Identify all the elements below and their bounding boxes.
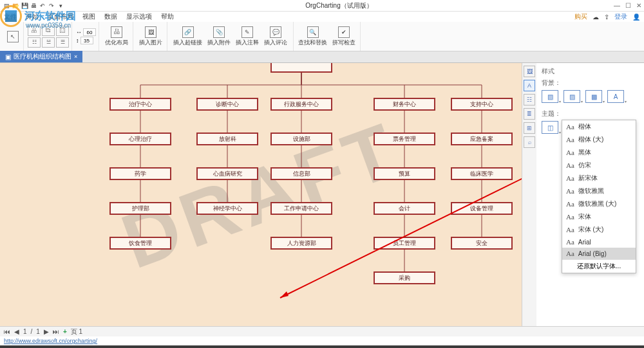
chart-node[interactable]: 放射科 [196, 133, 258, 145]
qat-new-icon[interactable]: ▤ [3, 2, 10, 10]
spellcheck-button[interactable]: ✔拼写检查 [330, 26, 357, 47]
insert-attach-button[interactable]: 📎插入附件 [205, 26, 232, 47]
page-bar: ⏮ ◀ 1 / 1 ▶ ⏭ + 页 1 [0, 326, 644, 336]
find-replace-button[interactable]: 🔍查找和替换 [296, 26, 329, 47]
qat-save-icon[interactable]: 💾 [21, 2, 28, 10]
page-label[interactable]: 页 1 [71, 327, 82, 336]
font-option[interactable]: Aa宋体 (大) [562, 223, 636, 236]
bg-preset-3[interactable]: ▩ [585, 90, 602, 103]
chart-node[interactable]: 采购 [374, 271, 435, 284]
font-option[interactable]: AaArial (Big) [562, 248, 636, 259]
menu-home[interactable]: 开始 [26, 12, 39, 21]
chart-node[interactable]: 设施部 [270, 133, 332, 145]
layout3-icon[interactable]: ☰ [56, 37, 69, 48]
chart-node[interactable]: 设备管理 [451, 202, 513, 215]
add-page-icon[interactable]: + [63, 328, 67, 335]
chart-node[interactable]: 药学 [109, 167, 171, 180]
login-link[interactable]: 登录 [614, 12, 627, 21]
chart-node[interactable]: 神经学中心 [196, 202, 258, 215]
chart-node[interactable]: 信息部 [270, 167, 332, 180]
sidetab-layout-icon[interactable]: ☷ [524, 94, 535, 105]
font-dropdown[interactable]: Aa楷体Aa楷体 (大)Aa黑体Aa仿宋Aa新宋体Aa微软雅黑Aa微软雅黑 (大… [562, 120, 636, 273]
chart-node[interactable]: 治疗中心 [109, 98, 171, 111]
layout1-icon[interactable]: ☷ [28, 37, 41, 48]
bg-preset-2[interactable]: ▨ [564, 90, 580, 103]
bg-preset-1[interactable]: ▧ [542, 90, 558, 103]
chart-node[interactable]: 预算 [374, 167, 435, 180]
menu-help[interactable]: 帮助 [161, 12, 174, 21]
qat-more-icon[interactable]: ▾ [57, 2, 64, 10]
auto-layout-button[interactable]: 品优化布局 [103, 26, 130, 47]
chart-node[interactable]: 票务管理 [374, 133, 435, 145]
menu-display[interactable]: 显示选项 [126, 12, 152, 21]
theme-color-button[interactable]: ◫ [542, 121, 558, 134]
font-option[interactable]: Aa楷体 (大) [562, 133, 636, 146]
insert-link-button[interactable]: 🔗插入超链接 [171, 26, 204, 47]
insert-note-button[interactable]: ✎插入注释 [234, 26, 261, 47]
close-icon[interactable]: ✕ [636, 2, 641, 9]
chart-node[interactable]: 临床医学 [451, 167, 513, 180]
add-asst-icon[interactable]: ⿶ [56, 26, 69, 36]
user-icon[interactable]: 👤 [632, 14, 640, 21]
menu-pagelayout[interactable]: 页面布局 [48, 12, 73, 21]
page-prev-icon[interactable]: ◀ [14, 328, 19, 335]
sidetab-list-icon[interactable]: ≣ [524, 108, 535, 120]
width-input[interactable] [83, 28, 96, 36]
bg-preset-4[interactable]: A [607, 90, 624, 103]
insert-comment-button[interactable]: 💬插入评论 [262, 26, 289, 47]
sidetab-font-icon[interactable]: A [524, 80, 535, 91]
chart-node[interactable]: 工作申请中心 [270, 202, 332, 215]
font-option[interactable]: Aa微软雅黑 (大) [562, 197, 636, 210]
add-sub-icon[interactable]: 品 [28, 26, 41, 36]
product-link[interactable]: http://www.edrawsoft.cn/orgcharting/ [4, 338, 97, 344]
cloud-icon[interactable]: ☁ [592, 14, 599, 21]
font-restore[interactable]: 还原默认字体... [562, 259, 636, 273]
chart-node[interactable]: 护理部 [109, 202, 171, 215]
chart-node[interactable]: 诊断中心 [196, 98, 258, 111]
page-last-icon[interactable]: ⏭ [53, 328, 59, 335]
font-option[interactable]: AaArial [562, 236, 636, 248]
page-first-icon[interactable]: ⏮ [4, 328, 10, 335]
buy-link[interactable]: 购买 [574, 12, 587, 21]
sidetab-data-icon[interactable]: ⊞ [524, 122, 535, 134]
chart-node[interactable]: 饮食管理 [109, 237, 171, 250]
qat-open-icon[interactable]: 📂 [12, 2, 19, 10]
chart-node[interactable]: 会计 [374, 202, 435, 215]
tab-document[interactable]: ▣ 医疗机构组织结构图 × [0, 51, 82, 62]
font-option[interactable]: Aa宋体 [562, 210, 636, 223]
qat-redo-icon[interactable]: ↷ [48, 2, 55, 10]
pointer-tool[interactable]: ↖ [5, 31, 21, 42]
minimize-icon[interactable]: — [614, 2, 620, 9]
page-next-icon[interactable]: ▶ [44, 328, 49, 335]
chart-node[interactable]: 行政服务中心 [270, 98, 332, 111]
chart-node[interactable]: 安全 [451, 237, 513, 250]
font-option[interactable]: Aa仿宋 [562, 159, 636, 172]
chart-node[interactable]: 员工管理 [374, 237, 435, 250]
chart-node[interactable]: 应急备案 [451, 133, 513, 145]
chart-node[interactable]: 人力资源部 [270, 237, 332, 250]
menu-file[interactable]: 文件 [4, 12, 17, 21]
insert-image-button[interactable]: 🖼插入图片 [137, 26, 164, 47]
sidetab-image-icon[interactable]: 🖼 [524, 66, 535, 77]
canvas[interactable]: DRAFT 治疗中心诊断中心行政服务中心财务中心支持中心心理治疗放射科设施部票务… [0, 63, 522, 326]
chart-node[interactable]: 支持中心 [451, 98, 513, 111]
chart-node[interactable]: 心血病研究 [196, 167, 258, 180]
font-option[interactable]: Aa楷体 [562, 120, 636, 133]
maximize-icon[interactable]: ☐ [625, 2, 631, 9]
chart-root-node[interactable] [270, 63, 332, 73]
qat-undo-icon[interactable]: ↶ [39, 2, 46, 10]
sidetab-search-icon[interactable]: ⌕ [524, 136, 535, 148]
menu-view[interactable]: 视图 [82, 12, 95, 21]
add-peer-icon[interactable]: ⿻ [42, 26, 55, 36]
font-option[interactable]: Aa黑体 [562, 146, 636, 159]
share-icon[interactable]: ⇪ [604, 14, 609, 21]
layout2-icon[interactable]: ☱ [42, 37, 55, 48]
chart-node[interactable]: 心理治疗 [109, 133, 171, 145]
tab-close-icon[interactable]: × [74, 53, 77, 60]
qat-print-icon[interactable]: 🖶 [30, 2, 37, 10]
font-option[interactable]: Aa新宋体 [562, 172, 636, 185]
font-option[interactable]: Aa微软雅黑 [562, 185, 636, 197]
menu-data[interactable]: 数据 [104, 12, 117, 21]
height-input[interactable] [80, 37, 93, 44]
chart-node[interactable]: 财务中心 [374, 98, 435, 111]
